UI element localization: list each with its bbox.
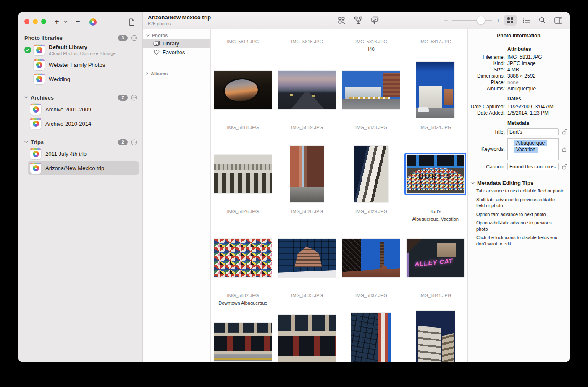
photo-thumbnail-neon-window[interactable]: ALLEY CAT [407,239,464,277]
thumbnail-size-slider[interactable] [452,15,492,26]
photo-thumbnail-white-building-night[interactable] [416,311,455,362]
photo-libraries-title: Photo libraries [24,35,118,41]
keyword-tag[interactable]: Albuquerque [514,140,547,146]
photo-thumbnail-dusk-highway[interactable] [278,71,336,109]
add-library-button[interactable]: + [51,17,62,27]
library-row-archive-2010[interactable]: Archive 2010-2014 [28,117,139,130]
zoom-window-button[interactable] [41,19,46,24]
photos-app-icon[interactable] [87,17,98,27]
search-button[interactable] [536,15,549,26]
photo-cell[interactable]: IMG_5828.JPG [275,140,339,224]
photo-filename: IMG_5832.JPG [227,292,259,299]
library-sidebar: + − Photo libraries 3 ✓ [18,12,143,362]
title-input[interactable] [507,128,559,135]
info-panel-toggle-button[interactable] [552,15,564,26]
zoom-out-button[interactable]: − [444,17,449,24]
chevron-down-icon[interactable] [146,34,150,37]
photo-cell[interactable]: IMG_5823.JPG [339,56,404,140]
caption-lock-button[interactable] [561,164,568,170]
photo-thumbnail-storefront-1[interactable] [214,323,272,361]
photo-cell[interactable] [339,308,404,362]
library-card-icon [30,148,41,159]
tips-header[interactable]: Metadata Editing Tips [471,180,565,186]
zoom-in-button[interactable]: + [496,17,501,24]
photo-grid-row-5 [211,308,467,362]
grid-view-button[interactable] [504,15,517,26]
photo-grid[interactable]: IMG_5814.JPG IMG_5815.JPG IMG_5816.JPG I… [211,29,467,362]
archives-section-header[interactable]: Archives 2 [18,93,142,102]
find-duplicates-button[interactable] [335,15,348,26]
add-library-menu-button[interactable] [62,17,69,27]
photo-cell[interactable]: IMG_5832.JPG Downtown Albuquerque [211,224,275,308]
attr-value-dimensions: 3888 × 2592 [507,73,567,79]
photo-thumbnail-alley[interactable] [290,146,324,202]
photo-cell[interactable]: IMG_5819.JPG [275,56,339,140]
photo-cell[interactable] [275,308,339,362]
library-row-wedding[interactable]: Wedding [22,72,139,86]
photo-cell[interactable]: IMG_5824.JPG [403,56,467,140]
archives-options-button[interactable] [131,95,137,101]
photo-cell[interactable]: IMG_5826.JPG [211,140,275,224]
photo-cell-selected[interactable]: BURT'S Burt's Albuquerque, Vacation [403,140,467,224]
photo-cell[interactable]: IMG_5816.JPG I40 [339,29,404,56]
photo-thumbnail-arches[interactable] [354,146,388,202]
photo-cell[interactable]: IMG_5815.JPG [275,29,339,56]
photo-thumbnail-fire-escape-tower[interactable] [342,239,400,277]
source-item-library[interactable]: Library [143,39,210,48]
photo-cell[interactable]: IMG_5818.JPG [211,56,275,140]
libraries-options-button[interactable] [131,35,137,41]
library-row-archive-2001[interactable]: Archive 2001-2009 [28,103,139,116]
photo-thumbnail-car-mirror[interactable] [214,71,272,109]
attr-label: Filename: [468,54,505,60]
caption-input[interactable] [507,163,559,170]
info-panel-title: Photo Information [468,29,570,42]
library-row-webster[interactable]: Webster Family Photos [22,58,139,71]
neon-sign-text: ALLEY CAT [415,257,454,268]
keywords-lock-button[interactable] [561,146,568,152]
remove-library-button[interactable]: − [72,17,83,27]
photo-thumbnail-storefront-2[interactable] [278,315,336,362]
photo-thumbnail-glass-reflection[interactable] [278,239,336,277]
minimize-window-button[interactable] [33,19,38,24]
photo-cell[interactable]: IMG_5817.JPG [403,29,467,56]
chevron-right-icon[interactable] [146,72,148,75]
chevron-down-icon[interactable] [471,182,475,184]
library-card-icon [34,45,45,55]
photo-cell[interactable]: ALLEY CAT IMG_5841.JPG [403,224,467,308]
albums-group-header[interactable]: Albums [143,68,210,77]
chevron-down-icon[interactable] [24,96,28,99]
photo-cell[interactable]: IMG_5833.JPG [275,224,339,308]
trips-section-header[interactable]: Trips 2 [18,138,142,146]
close-window-button[interactable] [24,19,29,24]
library-row-july4-trip[interactable]: 2011 July 4th trip [28,147,139,161]
keyword-tag[interactable]: Vacation [514,147,538,153]
photo-thumbnail-glass-facade[interactable] [351,313,391,362]
title-lock-button[interactable] [561,129,568,135]
list-view-button[interactable] [520,15,533,26]
photo-thumbnail-street-scene[interactable] [342,71,400,109]
library-info-button[interactable] [126,17,137,27]
photo-cell[interactable] [403,308,467,362]
photo-count: 525 photos [148,21,211,26]
photo-cell[interactable] [211,308,275,362]
sidebar-panel-icon [554,17,562,24]
photo-cell[interactable]: IMG_5837.JPG [339,224,404,308]
photo-thumbnail-burts-mosaic-selected[interactable]: BURT'S [407,155,464,193]
photo-thumbnail-arcade[interactable] [214,155,272,193]
copy-photos-button[interactable] [369,15,381,26]
photo-cell[interactable]: IMG_5814.JPG [211,29,275,56]
photo-thumbnail-street-portrait[interactable] [416,62,454,118]
photo-thumbnail-mosaic-closeup[interactable] [214,239,272,277]
attr-value-filename: IMG_5831.JPG [507,54,567,60]
source-item-favorites[interactable]: Favorites [143,48,210,57]
keywords-box[interactable]: Albuquerque Vacation [507,138,559,160]
slider-thumb[interactable] [477,16,485,24]
photos-group-header[interactable]: Photos [143,29,210,39]
library-name: Webster Family Photos [49,62,105,68]
trips-options-button[interactable] [131,139,137,145]
library-row-arizona-trip-selected[interactable]: Arizona/New Mexico trip [28,161,139,175]
chevron-down-icon[interactable] [24,141,28,143]
photo-cell[interactable]: IMG_5829.JPG [339,140,404,224]
merge-libraries-button[interactable] [352,15,365,26]
library-row-default[interactable]: ✓ Default Library iCloud Photos, Optimiz… [22,43,139,57]
